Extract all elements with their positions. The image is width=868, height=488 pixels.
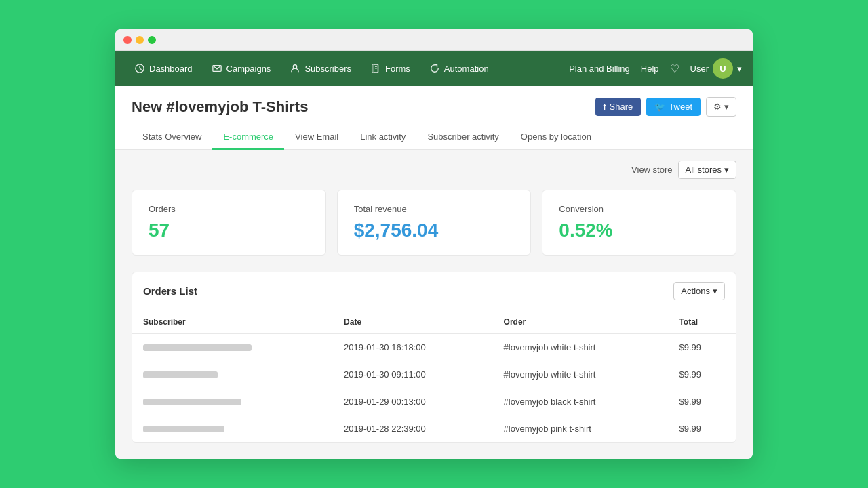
header-actions: f Share 🐦 Tweet ⚙ ▾ xyxy=(595,97,736,117)
subscriber-bar xyxy=(143,344,252,351)
plan-billing-link[interactable]: Plan and Billing xyxy=(569,64,630,74)
user-icon xyxy=(290,63,300,74)
table-row: 2019-01-29 00:13:00 #lovemyjob black t-s… xyxy=(132,388,736,415)
heart-icon[interactable]: ♡ xyxy=(670,62,679,75)
cell-subscriber xyxy=(132,388,333,415)
orders-label: Orders xyxy=(149,204,309,214)
cell-order: #lovemyjob pink t-shirt xyxy=(493,415,669,443)
nav-item-automation[interactable]: Automation xyxy=(421,59,497,78)
tab-stats-overview[interactable]: Stats Overview xyxy=(132,125,212,150)
actions-dropdown-arrow: ▾ xyxy=(713,286,717,296)
nav-item-subscribers[interactable]: Subscribers xyxy=(281,59,359,78)
orders-title: Orders List xyxy=(143,285,197,297)
cell-total: $9.99 xyxy=(668,388,736,415)
conversion-value: 0.52% xyxy=(559,220,719,241)
close-button[interactable] xyxy=(123,36,132,44)
cell-total: $9.99 xyxy=(668,415,736,443)
cell-date: 2019-01-30 16:18:00 xyxy=(333,334,493,361)
nav-subscribers-label: Subscribers xyxy=(304,64,351,74)
nav-forms-label: Forms xyxy=(385,64,410,74)
orders-value: 57 xyxy=(149,220,309,241)
tab-ecommerce[interactable]: E-commerce xyxy=(212,125,284,150)
envelope-icon xyxy=(212,63,222,74)
orders-header: Orders List Actions ▾ xyxy=(132,272,736,310)
tab-view-email[interactable]: View Email xyxy=(284,125,349,150)
orders-section: Orders List Actions ▾ Subscriber Date Or… xyxy=(132,272,736,443)
toolbar-row: View store All stores ▾ xyxy=(132,161,736,179)
svg-point-4 xyxy=(294,65,297,68)
nav-campaigns-label: Campaigns xyxy=(226,64,271,74)
nav-right: Plan and Billing Help ♡ User U ▾ xyxy=(569,58,742,79)
col-total: Total xyxy=(668,310,736,334)
cell-total: $9.99 xyxy=(668,361,736,388)
stat-card-conversion: Conversion 0.52% xyxy=(542,190,736,256)
cell-date: 2019-01-30 09:11:00 xyxy=(333,361,493,388)
nav-item-campaigns[interactable]: Campaigns xyxy=(203,59,279,78)
gear-button[interactable]: ⚙ ▾ xyxy=(706,97,736,117)
minimize-button[interactable] xyxy=(136,36,144,44)
navbar: Dashboard Campaigns Subscribers Forms xyxy=(115,51,753,86)
actions-button[interactable]: Actions ▾ xyxy=(673,282,725,300)
traffic-lights xyxy=(123,36,156,44)
svg-line-2 xyxy=(140,68,142,70)
view-store-label: View store xyxy=(631,165,672,175)
stats-row: Orders 57 Total revenue $2,756.04 Conver… xyxy=(132,190,736,256)
orders-table: Subscriber Date Order Total 2019-01-30 1… xyxy=(132,310,736,442)
nav-automation-label: Automation xyxy=(444,64,489,74)
table-row: 2019-01-30 09:11:00 #lovemyjob white t-s… xyxy=(132,361,736,388)
nav-dashboard-label: Dashboard xyxy=(149,64,193,74)
table-row: 2019-01-30 16:18:00 #lovemyjob white t-s… xyxy=(132,334,736,361)
cell-order: #lovemyjob black t-shirt xyxy=(493,388,669,415)
tab-opens-by-location[interactable]: Opens by location xyxy=(510,125,602,150)
cell-date: 2019-01-28 22:39:00 xyxy=(333,415,493,443)
twitter-icon: 🐦 xyxy=(654,102,665,112)
subscriber-bar xyxy=(143,371,218,378)
app-window: Dashboard Campaigns Subscribers Forms xyxy=(115,29,753,459)
cell-total: $9.99 xyxy=(668,334,736,361)
subscriber-bar xyxy=(143,426,224,432)
cell-date: 2019-01-29 00:13:00 xyxy=(333,388,493,415)
stat-card-orders: Orders 57 xyxy=(132,190,326,256)
facebook-icon: f xyxy=(604,102,606,112)
nav-item-dashboard[interactable]: Dashboard xyxy=(126,59,201,78)
maximize-button[interactable] xyxy=(148,36,156,44)
avatar: U xyxy=(713,58,733,79)
table-row: 2019-01-28 22:39:00 #lovemyjob pink t-sh… xyxy=(132,415,736,443)
conversion-label: Conversion xyxy=(559,204,719,214)
sub-tabs: Stats Overview E-commerce View Email Lin… xyxy=(115,125,753,150)
col-subscriber: Subscriber xyxy=(132,310,333,334)
tab-link-activity[interactable]: Link activity xyxy=(349,125,416,150)
user-menu[interactable]: User U ▾ xyxy=(690,58,742,79)
titlebar xyxy=(115,29,753,51)
gear-icon: ⚙ xyxy=(713,102,722,112)
tab-subscriber-activity[interactable]: Subscriber activity xyxy=(416,125,509,150)
cell-order: #lovemyjob white t-shirt xyxy=(493,361,669,388)
cell-subscriber xyxy=(132,361,333,388)
help-link[interactable]: Help xyxy=(641,64,659,74)
col-date: Date xyxy=(333,310,493,334)
table-header-row: Subscriber Date Order Total xyxy=(132,310,736,334)
clock-icon xyxy=(134,63,145,74)
subscriber-bar xyxy=(143,399,241,405)
forms-icon xyxy=(370,63,381,74)
page-title: New #lovemyjob T-Shirts xyxy=(132,98,308,116)
cell-subscriber xyxy=(132,334,333,361)
page-header: New #lovemyjob T-Shirts f Share 🐦 Tweet … xyxy=(115,86,753,117)
revenue-label: Total revenue xyxy=(354,204,515,214)
automation-icon xyxy=(429,63,440,74)
col-order: Order xyxy=(493,310,669,334)
nav-item-forms[interactable]: Forms xyxy=(362,59,418,78)
share-button[interactable]: f Share xyxy=(595,98,642,116)
main-content: View store All stores ▾ Orders 57 Total … xyxy=(115,150,753,459)
revenue-value: $2,756.04 xyxy=(354,220,515,241)
user-dropdown-arrow: ▾ xyxy=(737,64,742,74)
gear-dropdown-arrow: ▾ xyxy=(724,102,729,112)
all-stores-dropdown-arrow: ▾ xyxy=(724,165,729,175)
all-stores-button[interactable]: All stores ▾ xyxy=(678,161,736,179)
cell-order: #lovemyjob white t-shirt xyxy=(493,334,669,361)
cell-subscriber xyxy=(132,415,333,443)
tweet-button[interactable]: 🐦 Tweet xyxy=(646,98,701,116)
nav-left: Dashboard Campaigns Subscribers Forms xyxy=(126,59,569,78)
user-label: User xyxy=(690,64,709,74)
stat-card-revenue: Total revenue $2,756.04 xyxy=(337,190,532,256)
